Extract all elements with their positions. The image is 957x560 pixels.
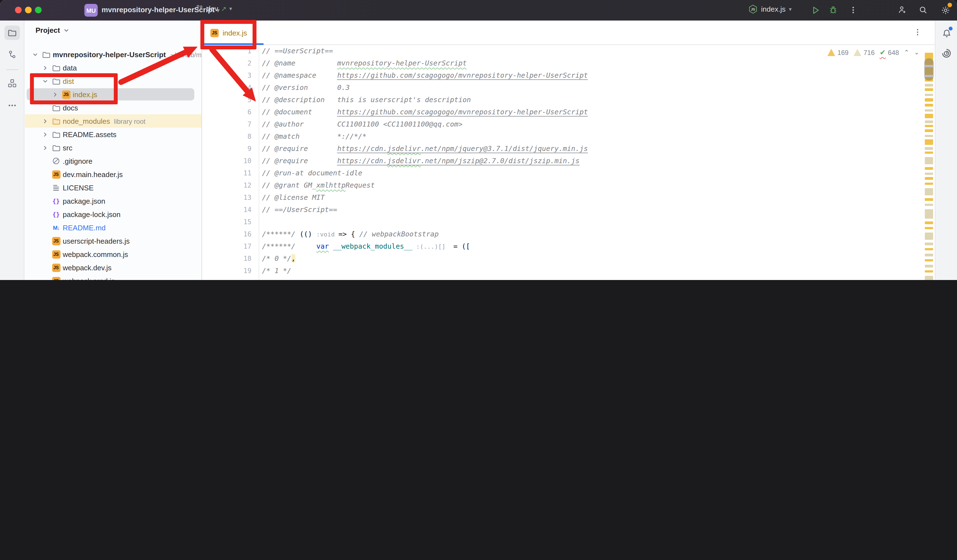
stripe-mark[interactable] bbox=[925, 265, 933, 268]
code-line-13[interactable]: 13// @license MIT bbox=[202, 191, 935, 203]
more-vertical-icon[interactable] bbox=[847, 4, 859, 16]
tree-item-package-json[interactable]: {}package.json bbox=[24, 194, 202, 208]
minimize-window-button[interactable] bbox=[25, 7, 32, 13]
tree-item-mvnrepository-helper-userscript[interactable]: mvnrepository-helper-UserScript~/github/… bbox=[24, 48, 202, 61]
stripe-mark[interactable] bbox=[925, 221, 933, 224]
code-line-9[interactable]: 9// @require https://cdn.jsdelivr.net/np… bbox=[202, 143, 935, 155]
code-line-11[interactable]: 11// @run-at document-idle bbox=[202, 167, 935, 179]
stripe-mark[interactable] bbox=[925, 129, 933, 132]
add-user-icon[interactable] bbox=[896, 4, 908, 16]
stripe-mark[interactable] bbox=[925, 270, 933, 273]
stripe-mark[interactable] bbox=[925, 120, 933, 123]
code-line-14[interactable]: 14// ==/UserScript== bbox=[202, 203, 935, 216]
tree-item-package-lock-json[interactable]: {}package-lock.json bbox=[24, 208, 202, 221]
commit-tool-button[interactable] bbox=[5, 47, 20, 62]
editor-vertical-scrollbar[interactable] bbox=[924, 58, 934, 80]
tree-item-dev-main-header-js[interactable]: JSdev.main.header.js bbox=[24, 167, 202, 181]
next-problem-icon[interactable]: ⌄ bbox=[914, 49, 919, 56]
search-icon[interactable] bbox=[917, 4, 929, 16]
code-line-2[interactable]: 2// @name mvnrepository-helper-UserScrip… bbox=[202, 57, 935, 69]
chevron-closed-icon[interactable] bbox=[42, 144, 48, 151]
tree-item-webpack-dev-js[interactable]: JSwebpack.dev.js bbox=[24, 261, 202, 274]
code-line-12[interactable]: 12// @grant GM_xmlhttpRequest bbox=[202, 179, 935, 191]
stripe-mark[interactable] bbox=[925, 135, 933, 137]
code-line-15[interactable]: 15 bbox=[202, 216, 935, 228]
code-line-7[interactable]: 7// @author CC11001100 <CC11001100@qq.co… bbox=[202, 118, 935, 131]
stripe-mark[interactable] bbox=[925, 139, 933, 145]
stripe-mark[interactable] bbox=[925, 104, 933, 107]
code-line-3[interactable]: 3// @namespace https://github.com/scagog… bbox=[202, 69, 935, 82]
close-window-button[interactable] bbox=[15, 7, 22, 13]
chevron-closed-icon[interactable] bbox=[42, 131, 48, 138]
settings-gear-icon[interactable] bbox=[939, 4, 951, 16]
run-configuration[interactable]: JS index.js ▾ bbox=[748, 5, 791, 14]
code-area[interactable]: 1// ==UserScript==2// @name mvnrepositor… bbox=[202, 45, 935, 280]
tree-item-node-modules[interactable]: node_moduleslibrary root bbox=[24, 114, 202, 128]
code-line-19[interactable]: 19/* 1 */ bbox=[202, 265, 935, 277]
stripe-mark[interactable] bbox=[925, 276, 933, 280]
chevron-closed-icon[interactable] bbox=[42, 118, 48, 124]
code-line-4[interactable]: 4// @version 0.3 bbox=[202, 82, 935, 94]
code-line-5[interactable]: 5// @description this is userscript's de… bbox=[202, 94, 935, 106]
tree-item-userscript-headers-js[interactable]: JSuserscript-headers.js bbox=[24, 234, 202, 248]
stripe-mark[interactable] bbox=[925, 109, 933, 112]
tree-item-webpack-prod-js[interactable]: JSwebpack.prod.js bbox=[24, 274, 202, 280]
tree-item-license[interactable]: LICENSE bbox=[24, 181, 202, 194]
stripe-mark[interactable] bbox=[925, 173, 933, 175]
stripe-mark[interactable] bbox=[925, 98, 933, 102]
code-line-1[interactable]: 1// ==UserScript== bbox=[202, 45, 935, 57]
tree-item-webpack-common-js[interactable]: JSwebpack.common.js bbox=[24, 248, 202, 261]
code-line-16[interactable]: 16/******/ (() :void => { // webpackBoot… bbox=[202, 228, 935, 240]
project-tool-button[interactable] bbox=[5, 25, 20, 40]
error-stripe[interactable] bbox=[924, 45, 935, 280]
code-line-20[interactable]: 20/***/ ((module, __unused_webpack_expor… bbox=[202, 277, 935, 280]
stripe-mark[interactable] bbox=[925, 183, 933, 185]
code-line-17[interactable]: 17/******/ var __webpack_modules__ :(...… bbox=[202, 240, 935, 252]
stripe-mark[interactable] bbox=[925, 84, 933, 87]
stripe-mark[interactable] bbox=[925, 94, 933, 96]
stripe-mark[interactable] bbox=[925, 88, 933, 91]
stripe-mark[interactable] bbox=[925, 227, 933, 229]
stripe-mark[interactable] bbox=[925, 151, 933, 154]
tree-item-readme-assets[interactable]: README.assets bbox=[24, 128, 202, 141]
previous-problem-icon[interactable]: ⌃ bbox=[904, 49, 909, 56]
tree-item-data[interactable]: data bbox=[24, 61, 202, 74]
stripe-mark[interactable] bbox=[925, 198, 933, 201]
stripe-mark[interactable] bbox=[925, 125, 933, 127]
stripe-mark[interactable] bbox=[925, 233, 933, 240]
project-panel-header[interactable]: Project bbox=[36, 26, 69, 35]
tree-item-src[interactable]: src bbox=[24, 141, 202, 154]
stripe-mark[interactable] bbox=[925, 259, 933, 262]
run-button[interactable] bbox=[809, 4, 821, 16]
inspections-widget[interactable]: 169 716 ✔648 ⌃ ⌄ bbox=[828, 48, 919, 57]
branch-selector[interactable]: dev ↗ ▾ bbox=[196, 5, 232, 13]
stripe-mark[interactable] bbox=[925, 243, 933, 245]
structure-tool-button[interactable] bbox=[5, 76, 20, 90]
code-line-6[interactable]: 6// @document https://github.com/scagogo… bbox=[202, 106, 935, 118]
stripe-mark[interactable] bbox=[925, 167, 933, 170]
stripe-mark[interactable] bbox=[925, 203, 933, 206]
stripe-mark[interactable] bbox=[925, 254, 933, 256]
stripe-mark[interactable] bbox=[925, 114, 933, 118]
notifications-bell-icon[interactable] bbox=[940, 27, 952, 39]
stripe-mark[interactable] bbox=[925, 157, 933, 164]
tree-item-readme-md[interactable]: M↓README.md bbox=[24, 221, 202, 234]
ai-assistant-icon[interactable] bbox=[940, 47, 952, 59]
code-line-10[interactable]: 10// @require https://cdn.jsdelivr.net/n… bbox=[202, 155, 935, 167]
debug-button[interactable] bbox=[827, 4, 839, 16]
stripe-mark[interactable] bbox=[925, 147, 933, 150]
tree-item--gitignore[interactable]: .gitignore bbox=[24, 154, 202, 167]
more-vertical-icon[interactable] bbox=[914, 28, 921, 38]
stripe-mark[interactable] bbox=[925, 188, 933, 196]
stripe-mark[interactable] bbox=[925, 209, 933, 219]
chevron-closed-icon[interactable] bbox=[42, 65, 48, 71]
zoom-window-button[interactable] bbox=[35, 7, 42, 13]
chevron-open-icon[interactable] bbox=[32, 51, 38, 58]
code-line-18[interactable]: 18/* 0 */, bbox=[202, 252, 935, 265]
stripe-mark[interactable] bbox=[925, 177, 933, 180]
stripe-mark[interactable] bbox=[925, 248, 933, 250]
more-tool-windows-button[interactable] bbox=[5, 98, 20, 113]
notification-dot bbox=[949, 27, 952, 30]
tree-item-label: LICENSE bbox=[63, 183, 93, 192]
code-line-8[interactable]: 8// @match *://*/* bbox=[202, 131, 935, 143]
